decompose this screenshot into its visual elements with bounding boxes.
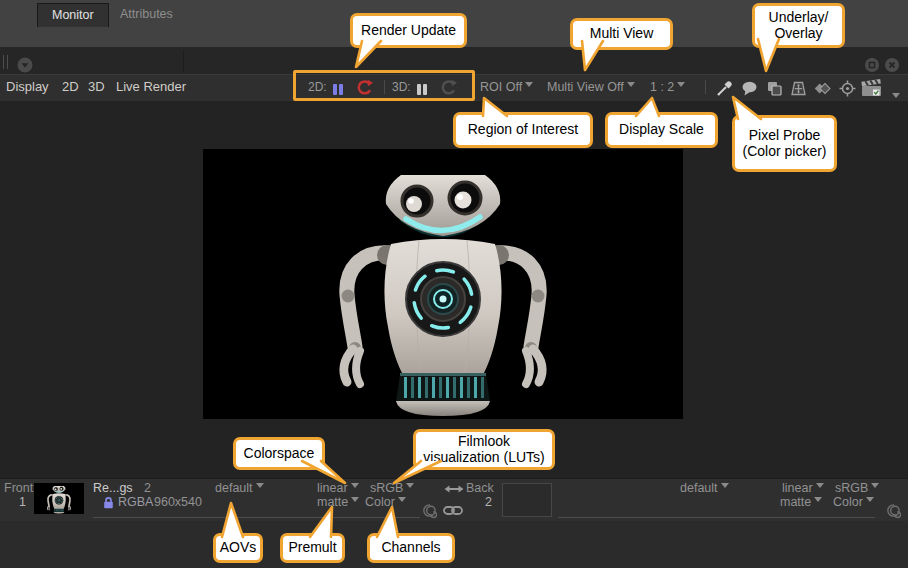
dropdown-caret-icon xyxy=(677,82,685,87)
back-premult-dropdown[interactable]: matte xyxy=(780,495,822,509)
front-render-count: 2 xyxy=(144,481,151,495)
back-colorspace-value: linear xyxy=(782,481,813,495)
front-colorspace-dropdown[interactable]: linear xyxy=(317,481,359,495)
callout-channels: Channels xyxy=(367,533,455,563)
menu-display[interactable]: Display xyxy=(6,79,49,95)
back-premult-value: matte xyxy=(780,495,811,509)
flipbook-button[interactable] xyxy=(861,79,883,97)
multi-view-dropdown[interactable]: Multi View Off xyxy=(547,80,635,95)
lock-icon[interactable] xyxy=(103,496,114,509)
render-viewport[interactable] xyxy=(203,149,683,419)
dropdown-caret-icon xyxy=(866,497,874,502)
close-pane-button[interactable] xyxy=(885,58,899,72)
clapperboard-icon xyxy=(861,79,883,97)
pane-menu-button[interactable] xyxy=(17,57,33,73)
roi-dropdown[interactable]: ROI Off xyxy=(480,80,533,95)
front-resolution: 960x540 xyxy=(154,495,202,509)
display-scale-dropdown[interactable]: 1 : 2 xyxy=(650,80,685,95)
keystone-move-icon xyxy=(790,80,807,97)
dropdown-caret-icon xyxy=(351,483,359,488)
link-buffers-button[interactable] xyxy=(443,504,463,517)
front-colorspace-value: linear xyxy=(317,481,348,495)
dropdown-caret-icon xyxy=(525,82,533,87)
robot-thumbnail-image xyxy=(34,483,84,514)
front-premult-dropdown[interactable]: matte xyxy=(317,495,359,509)
callout-display-scale: Display Scale xyxy=(605,112,718,148)
comment-button[interactable] xyxy=(741,80,758,97)
close-icon xyxy=(885,58,899,72)
back-channel-view-value: Color xyxy=(833,495,863,509)
chain-link-icon xyxy=(443,504,463,517)
swap-front-back-button[interactable] xyxy=(444,484,464,494)
dropdown-caret-icon xyxy=(721,483,729,488)
spiral-icon xyxy=(422,503,437,518)
callout-region-of-interest: Region of Interest xyxy=(453,112,593,148)
pixel-probe-button[interactable] xyxy=(716,80,733,97)
back-buffer-index: 2 xyxy=(478,495,492,509)
keystone-transform-button[interactable] xyxy=(790,80,807,97)
dropdown-caret-icon xyxy=(892,93,900,98)
back-colorspace-dropdown[interactable]: linear xyxy=(782,481,824,495)
front-buffer-thumbnail[interactable] xyxy=(34,483,84,514)
back-underline xyxy=(558,517,875,518)
dropdown-caret-icon xyxy=(398,497,406,502)
back-update-spinner[interactable] xyxy=(886,503,901,518)
front-update-spinner[interactable] xyxy=(422,503,437,518)
double-diamond-icon xyxy=(814,80,832,97)
back-aov-dropdown[interactable]: default xyxy=(680,481,729,495)
front-premult-value: matte xyxy=(317,495,348,509)
front-render-name[interactable]: Re...gs xyxy=(93,481,133,495)
pane-menu-chevron-icon xyxy=(17,57,33,73)
callout-filmlook: Filmlookvisualization (LUTs) xyxy=(413,429,555,470)
tab-divider xyxy=(183,50,184,73)
monitor-window: Monitor Attributes Display 2D 3D Live Re… xyxy=(0,0,908,568)
callout-premult: Premult xyxy=(280,533,345,563)
swap-arrows-icon xyxy=(444,484,464,494)
back-buffer-label: Back xyxy=(466,481,494,495)
pane-drag-handle[interactable] xyxy=(3,55,8,69)
underlay-overlay-button[interactable] xyxy=(766,80,783,97)
dropdown-caret-icon xyxy=(351,497,359,502)
front-lut-dropdown[interactable]: sRGB xyxy=(370,481,414,495)
float-pane-button[interactable] xyxy=(865,58,879,72)
front-aov-value: default xyxy=(215,481,253,495)
center-view-button[interactable] xyxy=(839,80,856,97)
flipbook-dropdown[interactable] xyxy=(889,84,900,102)
tab-monitor[interactable]: Monitor xyxy=(37,3,109,27)
callout-colorspace: Colorspace xyxy=(233,437,325,470)
dropdown-caret-icon xyxy=(627,82,635,87)
front-buffer-label: Front xyxy=(4,481,33,495)
render-update-highlight xyxy=(293,70,475,101)
back-lut-dropdown[interactable]: sRGB xyxy=(835,481,879,495)
compare-button[interactable] xyxy=(814,80,832,97)
back-buffer-thumbnail[interactable] xyxy=(502,483,552,517)
display-scale-label: 1 : 2 xyxy=(650,80,674,94)
callout-aovs: AOVs xyxy=(213,533,263,563)
front-lut-value: sRGB xyxy=(370,481,403,495)
speech-bubble-icon xyxy=(741,80,758,97)
tab-attributes[interactable]: Attributes xyxy=(106,3,187,26)
dropdown-caret-icon xyxy=(871,483,879,488)
back-channel-view-dropdown[interactable]: Color xyxy=(833,495,874,509)
front-channel-view-dropdown[interactable]: Color xyxy=(365,495,406,509)
callout-multi-view: Multi View xyxy=(570,18,673,50)
separator xyxy=(705,80,706,94)
menu-live-render[interactable]: Live Render xyxy=(116,79,186,95)
eyedropper-icon xyxy=(716,80,733,97)
dropdown-caret-icon xyxy=(814,497,822,502)
layers-icon xyxy=(766,80,783,97)
front-aov-dropdown[interactable]: default xyxy=(215,481,264,495)
back-aov-value: default xyxy=(680,481,718,495)
robot-render-image xyxy=(203,149,683,419)
menu-3d[interactable]: 3D xyxy=(88,79,105,95)
spiral-icon xyxy=(886,503,901,518)
front-underline xyxy=(93,517,420,518)
menu-2d[interactable]: 2D xyxy=(62,79,79,95)
back-lut-value: sRGB xyxy=(835,481,868,495)
front-buffer-index: 1 xyxy=(10,495,26,509)
dropdown-caret-icon xyxy=(406,483,414,488)
multi-view-label: Multi View Off xyxy=(547,80,624,94)
callout-render-update: Render Update xyxy=(350,13,467,48)
crosshair-target-icon xyxy=(839,80,856,97)
callout-pixel-probe: Pixel Probe(Color picker) xyxy=(732,115,837,172)
